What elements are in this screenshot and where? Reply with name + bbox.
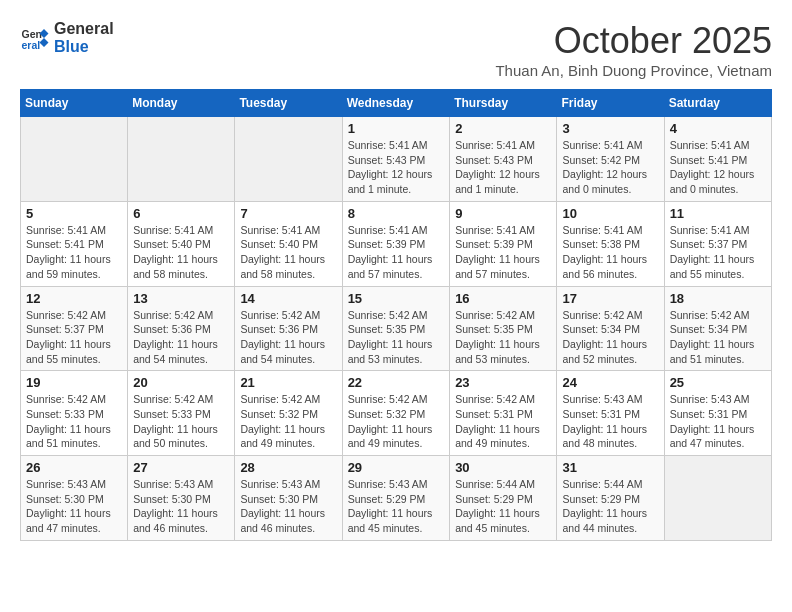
day-info: Sunrise: 5:41 AM Sunset: 5:40 PM Dayligh…: [240, 223, 336, 282]
day-cell: 6Sunrise: 5:41 AM Sunset: 5:40 PM Daylig…: [128, 201, 235, 286]
day-cell: 27Sunrise: 5:43 AM Sunset: 5:30 PM Dayli…: [128, 456, 235, 541]
day-cell: [21, 117, 128, 202]
day-cell: 8Sunrise: 5:41 AM Sunset: 5:39 PM Daylig…: [342, 201, 450, 286]
day-cell: 19Sunrise: 5:42 AM Sunset: 5:33 PM Dayli…: [21, 371, 128, 456]
day-info: Sunrise: 5:42 AM Sunset: 5:33 PM Dayligh…: [26, 392, 122, 451]
day-number: 31: [562, 460, 658, 475]
day-cell: 5Sunrise: 5:41 AM Sunset: 5:41 PM Daylig…: [21, 201, 128, 286]
day-info: Sunrise: 5:42 AM Sunset: 5:35 PM Dayligh…: [348, 308, 445, 367]
day-cell: 26Sunrise: 5:43 AM Sunset: 5:30 PM Dayli…: [21, 456, 128, 541]
svg-text:eral: eral: [22, 38, 41, 50]
day-cell: [128, 117, 235, 202]
day-info: Sunrise: 5:42 AM Sunset: 5:32 PM Dayligh…: [240, 392, 336, 451]
day-info: Sunrise: 5:41 AM Sunset: 5:43 PM Dayligh…: [455, 138, 551, 197]
day-info: Sunrise: 5:41 AM Sunset: 5:41 PM Dayligh…: [26, 223, 122, 282]
day-info: Sunrise: 5:42 AM Sunset: 5:35 PM Dayligh…: [455, 308, 551, 367]
day-cell: 29Sunrise: 5:43 AM Sunset: 5:29 PM Dayli…: [342, 456, 450, 541]
day-number: 10: [562, 206, 658, 221]
day-number: 6: [133, 206, 229, 221]
day-cell: 9Sunrise: 5:41 AM Sunset: 5:39 PM Daylig…: [450, 201, 557, 286]
calendar-table: SundayMondayTuesdayWednesdayThursdayFrid…: [20, 89, 772, 541]
day-cell: 14Sunrise: 5:42 AM Sunset: 5:36 PM Dayli…: [235, 286, 342, 371]
day-info: Sunrise: 5:43 AM Sunset: 5:30 PM Dayligh…: [240, 477, 336, 536]
week-row-5: 26Sunrise: 5:43 AM Sunset: 5:30 PM Dayli…: [21, 456, 772, 541]
day-info: Sunrise: 5:41 AM Sunset: 5:39 PM Dayligh…: [455, 223, 551, 282]
day-cell: 12Sunrise: 5:42 AM Sunset: 5:37 PM Dayli…: [21, 286, 128, 371]
weekday-header-friday: Friday: [557, 90, 664, 117]
day-number: 25: [670, 375, 766, 390]
day-info: Sunrise: 5:42 AM Sunset: 5:33 PM Dayligh…: [133, 392, 229, 451]
weekday-header-thursday: Thursday: [450, 90, 557, 117]
day-cell: 25Sunrise: 5:43 AM Sunset: 5:31 PM Dayli…: [664, 371, 771, 456]
week-row-1: 1Sunrise: 5:41 AM Sunset: 5:43 PM Daylig…: [21, 117, 772, 202]
day-number: 2: [455, 121, 551, 136]
day-number: 4: [670, 121, 766, 136]
day-number: 24: [562, 375, 658, 390]
day-cell: 30Sunrise: 5:44 AM Sunset: 5:29 PM Dayli…: [450, 456, 557, 541]
day-info: Sunrise: 5:42 AM Sunset: 5:34 PM Dayligh…: [562, 308, 658, 367]
day-info: Sunrise: 5:41 AM Sunset: 5:40 PM Dayligh…: [133, 223, 229, 282]
day-number: 16: [455, 291, 551, 306]
day-cell: 24Sunrise: 5:43 AM Sunset: 5:31 PM Dayli…: [557, 371, 664, 456]
weekday-header-wednesday: Wednesday: [342, 90, 450, 117]
day-number: 23: [455, 375, 551, 390]
day-info: Sunrise: 5:41 AM Sunset: 5:42 PM Dayligh…: [562, 138, 658, 197]
day-cell: 10Sunrise: 5:41 AM Sunset: 5:38 PM Dayli…: [557, 201, 664, 286]
day-number: 27: [133, 460, 229, 475]
day-number: 30: [455, 460, 551, 475]
day-info: Sunrise: 5:41 AM Sunset: 5:41 PM Dayligh…: [670, 138, 766, 197]
day-cell: 13Sunrise: 5:42 AM Sunset: 5:36 PM Dayli…: [128, 286, 235, 371]
day-number: 29: [348, 460, 445, 475]
day-cell: 22Sunrise: 5:42 AM Sunset: 5:32 PM Dayli…: [342, 371, 450, 456]
day-cell: 17Sunrise: 5:42 AM Sunset: 5:34 PM Dayli…: [557, 286, 664, 371]
day-cell: 20Sunrise: 5:42 AM Sunset: 5:33 PM Dayli…: [128, 371, 235, 456]
day-info: Sunrise: 5:43 AM Sunset: 5:30 PM Dayligh…: [133, 477, 229, 536]
day-number: 15: [348, 291, 445, 306]
day-info: Sunrise: 5:41 AM Sunset: 5:39 PM Dayligh…: [348, 223, 445, 282]
week-row-4: 19Sunrise: 5:42 AM Sunset: 5:33 PM Dayli…: [21, 371, 772, 456]
weekday-header-tuesday: Tuesday: [235, 90, 342, 117]
day-cell: 15Sunrise: 5:42 AM Sunset: 5:35 PM Dayli…: [342, 286, 450, 371]
day-info: Sunrise: 5:42 AM Sunset: 5:34 PM Dayligh…: [670, 308, 766, 367]
day-number: 12: [26, 291, 122, 306]
day-number: 19: [26, 375, 122, 390]
day-info: Sunrise: 5:43 AM Sunset: 5:29 PM Dayligh…: [348, 477, 445, 536]
day-cell: 2Sunrise: 5:41 AM Sunset: 5:43 PM Daylig…: [450, 117, 557, 202]
day-info: Sunrise: 5:42 AM Sunset: 5:37 PM Dayligh…: [26, 308, 122, 367]
day-info: Sunrise: 5:41 AM Sunset: 5:43 PM Dayligh…: [348, 138, 445, 197]
day-info: Sunrise: 5:42 AM Sunset: 5:32 PM Dayligh…: [348, 392, 445, 451]
day-number: 14: [240, 291, 336, 306]
logo: Gen eral General Blue: [20, 20, 114, 55]
week-row-2: 5Sunrise: 5:41 AM Sunset: 5:41 PM Daylig…: [21, 201, 772, 286]
day-number: 26: [26, 460, 122, 475]
day-number: 22: [348, 375, 445, 390]
title-section: October 2025 Thuan An, Binh Duong Provin…: [495, 20, 772, 79]
month-title: October 2025: [495, 20, 772, 62]
day-number: 13: [133, 291, 229, 306]
day-cell: [235, 117, 342, 202]
day-number: 18: [670, 291, 766, 306]
day-number: 17: [562, 291, 658, 306]
day-number: 3: [562, 121, 658, 136]
weekday-header-saturday: Saturday: [664, 90, 771, 117]
weekday-header-row: SundayMondayTuesdayWednesdayThursdayFrid…: [21, 90, 772, 117]
day-info: Sunrise: 5:42 AM Sunset: 5:36 PM Dayligh…: [240, 308, 336, 367]
day-cell: 16Sunrise: 5:42 AM Sunset: 5:35 PM Dayli…: [450, 286, 557, 371]
day-info: Sunrise: 5:43 AM Sunset: 5:31 PM Dayligh…: [670, 392, 766, 451]
day-cell: 21Sunrise: 5:42 AM Sunset: 5:32 PM Dayli…: [235, 371, 342, 456]
day-info: Sunrise: 5:44 AM Sunset: 5:29 PM Dayligh…: [562, 477, 658, 536]
weekday-header-sunday: Sunday: [21, 90, 128, 117]
day-info: Sunrise: 5:43 AM Sunset: 5:30 PM Dayligh…: [26, 477, 122, 536]
location-title: Thuan An, Binh Duong Province, Vietnam: [495, 62, 772, 79]
week-row-3: 12Sunrise: 5:42 AM Sunset: 5:37 PM Dayli…: [21, 286, 772, 371]
day-number: 8: [348, 206, 445, 221]
day-info: Sunrise: 5:44 AM Sunset: 5:29 PM Dayligh…: [455, 477, 551, 536]
page-header: Gen eral General Blue October 2025 Thuan…: [20, 20, 772, 79]
day-number: 20: [133, 375, 229, 390]
day-number: 1: [348, 121, 445, 136]
day-cell: 11Sunrise: 5:41 AM Sunset: 5:37 PM Dayli…: [664, 201, 771, 286]
day-info: Sunrise: 5:42 AM Sunset: 5:36 PM Dayligh…: [133, 308, 229, 367]
weekday-header-monday: Monday: [128, 90, 235, 117]
day-cell: 1Sunrise: 5:41 AM Sunset: 5:43 PM Daylig…: [342, 117, 450, 202]
day-number: 7: [240, 206, 336, 221]
